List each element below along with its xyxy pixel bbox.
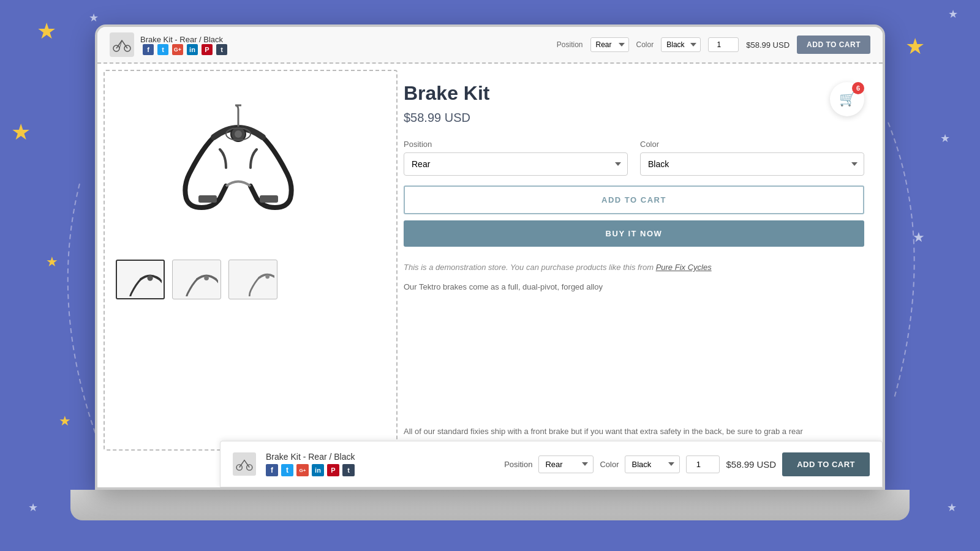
buy-it-now-button[interactable]: BUY IT NOW xyxy=(404,220,864,247)
thumbnail-1[interactable] xyxy=(116,260,165,299)
bottom-social-tumblr[interactable]: t xyxy=(342,464,355,476)
laptop-wrapper: Brake Kit - Rear / Black f t G+ in P t P… xyxy=(95,24,885,520)
bottom-social-links: f t G+ in P t xyxy=(266,464,355,476)
main-product-image xyxy=(140,88,349,247)
product-thumbnails xyxy=(110,260,379,299)
social-linkedin[interactable]: in xyxy=(187,44,198,55)
social-googleplus[interactable]: G+ xyxy=(172,44,183,55)
position-select[interactable]: Rear Front xyxy=(404,152,628,176)
color-label: Color xyxy=(640,140,864,149)
top-bar-color-label: Color xyxy=(636,40,654,49)
star-decoration: ★ xyxy=(913,230,925,246)
position-group: Position Rear Front xyxy=(404,140,628,176)
laptop-base xyxy=(70,490,910,520)
product-image-section xyxy=(97,64,391,487)
star-decoration: ★ xyxy=(948,7,958,21)
main-content: 6 🛒 Brake Kit $58.99 USD Position Rear F… xyxy=(97,64,883,487)
top-bar-color-select[interactable]: Black White xyxy=(661,37,701,52)
top-bar-controls: Position Rear Front Color Black White $5… xyxy=(557,36,870,54)
product-description-1: Our Tektro brakes come as a full, dual-p… xyxy=(404,281,864,294)
color-group: Color Black White Silver xyxy=(640,140,864,176)
star-decoration: ★ xyxy=(89,11,99,24)
social-twitter[interactable]: t xyxy=(157,44,168,55)
top-bar-position-label: Position xyxy=(557,40,583,49)
product-svg xyxy=(140,88,336,235)
social-tumblr[interactable]: t xyxy=(216,44,227,55)
demo-notice: This is a demonstration store. You can p… xyxy=(404,261,864,274)
star-decoration: ★ xyxy=(59,413,71,429)
position-label: Position xyxy=(404,140,628,149)
thumbnail-3[interactable] xyxy=(228,260,277,299)
cart-icon-button[interactable]: 6 🛒 xyxy=(830,82,864,116)
product-logo-icon xyxy=(110,32,134,57)
bottom-product-info: Brake Kit - Rear / Black f t G+ in P t xyxy=(266,452,355,476)
bottom-logo-icon xyxy=(233,452,256,476)
svg-point-9 xyxy=(265,274,270,279)
svg-rect-4 xyxy=(198,195,217,203)
top-bar-position-select[interactable]: Rear Front xyxy=(590,37,629,52)
bottom-quantity-input[interactable] xyxy=(686,455,720,473)
star-decoration: ★ xyxy=(28,501,38,514)
top-bar-logo: Brake Kit - Rear / Black f t G+ in P t xyxy=(110,32,227,57)
star-decoration: ★ xyxy=(947,501,957,514)
product-description-2: All of our standard fixies ship with a f… xyxy=(404,425,870,438)
bottom-add-to-cart-button[interactable]: ADD To CaRT xyxy=(782,452,870,476)
product-title: Brake Kit xyxy=(404,82,864,105)
variant-row: Position Rear Front Color Black White xyxy=(404,140,864,176)
product-price: $58.99 USD xyxy=(404,111,864,125)
cart-badge: 6 xyxy=(852,82,864,94)
bottom-sticky-bar: Brake Kit - Rear / Black f t G+ in P t P… xyxy=(220,441,883,487)
demo-notice-text: This is a demonstration store. You can p… xyxy=(404,263,654,272)
top-bar-price: $58.99 USD xyxy=(746,40,790,50)
product-details-section: 6 🛒 Brake Kit $58.99 USD Position Rear F… xyxy=(391,64,883,487)
bottom-social-googleplus[interactable]: G+ xyxy=(296,464,309,476)
bottom-position-select[interactable]: Rear Front xyxy=(538,455,594,473)
pure-fix-link[interactable]: Pure Fix Cycles xyxy=(656,263,712,272)
laptop-screen: Brake Kit - Rear / Black f t G+ in P t P… xyxy=(95,24,885,490)
top-bar-add-to-cart-button[interactable]: ADD TO CART xyxy=(797,36,870,54)
add-to-cart-button[interactable]: ADD TO CART xyxy=(404,186,864,214)
star-decoration: ★ xyxy=(905,34,925,59)
svg-point-7 xyxy=(148,276,153,281)
star-decoration: ★ xyxy=(37,18,56,44)
bottom-controls: Position Rear Front Color Black White $5… xyxy=(504,452,870,476)
bottom-price: $58.99 USD xyxy=(726,459,776,470)
svg-point-3 xyxy=(235,130,242,138)
bottom-color-label: Color xyxy=(600,460,619,469)
top-bar-product-name: Brake Kit - Rear / Black xyxy=(140,35,227,44)
svg-point-8 xyxy=(204,276,209,280)
svg-rect-5 xyxy=(260,195,278,203)
star-decoration: ★ xyxy=(11,119,31,145)
star-decoration: ★ xyxy=(940,132,950,145)
social-facebook[interactable]: f xyxy=(143,44,154,55)
thumbnail-2[interactable] xyxy=(172,260,221,299)
bottom-social-pinterest[interactable]: P xyxy=(327,464,339,476)
screen-content: Brake Kit - Rear / Black f t G+ in P t P… xyxy=(97,27,883,487)
top-sticky-bar: Brake Kit - Rear / Black f t G+ in P t P… xyxy=(97,27,883,64)
social-pinterest[interactable]: P xyxy=(202,44,213,55)
top-bar-quantity-input[interactable] xyxy=(708,37,739,52)
top-bar-social-links: f t G+ in P t xyxy=(143,44,227,55)
star-decoration: ★ xyxy=(46,254,58,270)
bottom-color-select[interactable]: Black White xyxy=(625,455,680,473)
bottom-social-facebook[interactable]: f xyxy=(266,464,278,476)
bottom-social-twitter[interactable]: t xyxy=(281,464,293,476)
cart-icon: 🛒 xyxy=(839,91,856,107)
bottom-product-name: Brake Kit - Rear / Black xyxy=(266,452,355,462)
color-select[interactable]: Black White Silver xyxy=(640,152,864,176)
bottom-position-label: Position xyxy=(504,460,532,469)
bottom-social-linkedin[interactable]: in xyxy=(312,464,324,476)
